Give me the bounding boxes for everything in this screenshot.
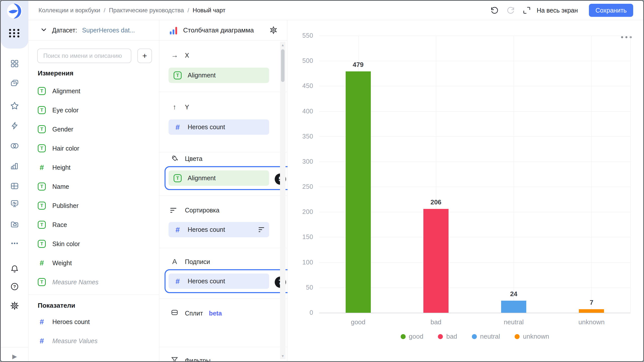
text-type-icon: T xyxy=(38,144,46,152)
fullscreen-expand-icon[interactable] xyxy=(522,6,532,15)
help-question-icon[interactable]: ? xyxy=(9,281,20,292)
legend-label: good xyxy=(409,333,423,340)
notifications-bell-icon[interactable] xyxy=(9,263,20,275)
charts-icon[interactable] xyxy=(9,160,20,171)
add-field-button[interactable]: + xyxy=(137,49,152,63)
more-ellipsis-icon[interactable] xyxy=(9,238,20,249)
y-axis-tick-label: 50 xyxy=(292,284,313,291)
bar-value-label: 7 xyxy=(574,299,609,306)
section-labels-label: Подписи xyxy=(185,258,210,265)
save-button[interactable]: Сохранить xyxy=(589,4,633,17)
breadcrumb-guides[interactable]: Практические руководства xyxy=(109,7,184,14)
section-x: → X xyxy=(170,51,189,60)
dimensions-title: Измерения xyxy=(38,69,73,77)
favorites-star-icon[interactable] xyxy=(9,100,20,111)
collapse-panel-button[interactable]: ▶ xyxy=(9,352,20,361)
y-axis-tick-label: 100 xyxy=(292,259,313,266)
number-type-icon: # xyxy=(174,123,182,131)
datasets-icon[interactable] xyxy=(9,140,20,151)
y-axis-tick-label: 200 xyxy=(292,208,313,215)
field-label: Hair color xyxy=(52,145,79,152)
legend-item-good[interactable]: good xyxy=(400,333,423,340)
pill-label: Heroes count xyxy=(188,278,225,285)
x-axis-category-label: unknown xyxy=(564,318,619,326)
redo-icon[interactable] xyxy=(506,6,515,15)
fullscreen-label[interactable]: На весь экран xyxy=(537,7,578,14)
collections-grid-icon[interactable] xyxy=(9,58,20,69)
scroll-up-icon[interactable]: ▲ xyxy=(281,42,285,48)
x-axis-category-label: bad xyxy=(408,318,464,326)
dimension-item-eye-color[interactable]: T Eye color xyxy=(38,101,154,120)
section-y: ↑ Y xyxy=(170,103,189,112)
field-label: Gender xyxy=(52,126,73,133)
dimension-item-name[interactable]: T Name xyxy=(38,177,154,196)
text-type-icon: T xyxy=(38,202,46,210)
chevron-down-icon[interactable] xyxy=(41,26,47,34)
breadcrumb: Коллекции и воркбуки / Практические руко… xyxy=(38,7,225,14)
sort-field-pill[interactable]: # Heroes count xyxy=(169,222,269,237)
field-search-input[interactable] xyxy=(37,49,131,63)
left-navigation-rail: ? ▶ xyxy=(1,1,28,361)
connections-lightning-icon[interactable] xyxy=(9,120,20,131)
field-label: Alignment xyxy=(52,87,80,95)
dimension-item-gender[interactable]: T Gender xyxy=(38,120,154,139)
bar-bad[interactable] xyxy=(423,209,449,313)
text-type-icon: T xyxy=(38,278,46,286)
dimension-item-race[interactable]: T Race xyxy=(38,215,154,234)
dimension-item-hair-color[interactable]: T Hair color xyxy=(38,139,154,158)
dimension-item-height[interactable]: # Height xyxy=(38,158,154,177)
colors-highlight-callout: T Alignment 5 xyxy=(165,166,293,190)
number-type-icon: # xyxy=(174,277,182,286)
measure-item-measure-values[interactable]: # Measure Values xyxy=(38,331,154,350)
bar-unknown[interactable] xyxy=(579,309,604,313)
top-bar: Коллекции и воркбуки / Практические руко… xyxy=(28,1,643,20)
colors-field-pill[interactable]: T Alignment xyxy=(169,170,269,186)
funnel-icon xyxy=(170,356,179,362)
x-axis-category-label: good xyxy=(331,318,386,326)
chart-type-label[interactable]: Столбчатая диаграмма xyxy=(183,26,262,34)
labels-field-pill[interactable]: # Heroes count xyxy=(169,274,269,289)
scroll-down-icon[interactable]: ▼ xyxy=(281,353,285,359)
settings-gear-icon[interactable] xyxy=(9,300,20,311)
svg-text:?: ? xyxy=(13,284,16,289)
y-axis-tick-label: 350 xyxy=(292,133,313,140)
y-axis-tick-label: 500 xyxy=(292,57,313,64)
legend-item-bad[interactable]: bad xyxy=(438,333,457,340)
workbooks-icon[interactable] xyxy=(9,78,20,89)
breadcrumb-separator: / xyxy=(187,7,189,14)
undo-icon[interactable] xyxy=(490,6,499,15)
dashboards-monitor-icon[interactable] xyxy=(9,198,20,209)
dataset-name-link[interactable]: SuperHeroes dat... xyxy=(82,27,135,34)
text-type-icon: T xyxy=(38,87,46,95)
chart-settings-gear-icon[interactable] xyxy=(268,25,278,35)
bar-neutral[interactable] xyxy=(501,301,526,313)
x-field-pill[interactable]: T Alignment xyxy=(169,68,269,83)
field-label: Eye color xyxy=(52,107,78,114)
dimension-item-alignment[interactable]: T Alignment xyxy=(38,81,154,101)
dimension-item-weight[interactable]: # Weight xyxy=(38,253,154,273)
y-field-pill[interactable]: # Heroes count xyxy=(169,119,269,135)
datalens-logo-icon[interactable] xyxy=(7,3,22,19)
section-colors-label: Цвета xyxy=(185,155,203,162)
dimension-item-measure-names[interactable]: T Measure Names xyxy=(38,273,154,292)
dimension-item-publisher[interactable]: T Publisher xyxy=(38,196,154,215)
bar-good[interactable] xyxy=(346,71,371,313)
y-axis-tick-label: 150 xyxy=(292,233,313,241)
tables-icon[interactable] xyxy=(9,180,20,192)
text-type-icon: T xyxy=(174,174,182,182)
legend-label: neutral xyxy=(480,333,500,340)
storage-folder-icon[interactable] xyxy=(9,219,20,230)
measure-item-heroes-count[interactable]: # Heroes count xyxy=(38,312,154,331)
dimension-item-skin-color[interactable]: T Skin color xyxy=(38,234,154,253)
number-type-icon: # xyxy=(38,259,46,267)
apps-grid-icon[interactable] xyxy=(9,29,20,37)
legend-item-neutral[interactable]: neutral xyxy=(472,333,500,340)
sort-direction-icon[interactable] xyxy=(259,227,264,232)
field-label: Measure Values xyxy=(52,337,98,345)
section-x-label: X xyxy=(185,52,189,59)
breadcrumb-collections[interactable]: Коллекции и воркбуки xyxy=(38,7,100,14)
scrollbar-thumb[interactable] xyxy=(281,49,285,82)
column-chart-type-icon[interactable] xyxy=(170,26,177,34)
legend-label: unknown xyxy=(523,333,549,340)
legend-item-unknown[interactable]: unknown xyxy=(515,333,549,340)
